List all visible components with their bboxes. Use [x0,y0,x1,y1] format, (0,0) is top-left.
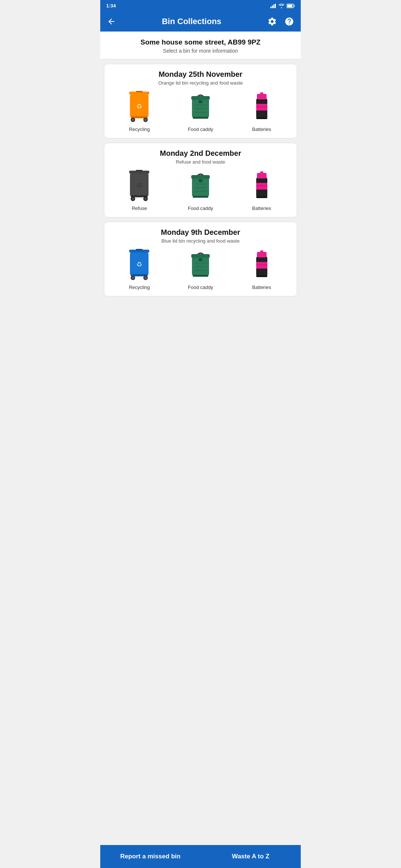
back-button[interactable] [105,16,117,27]
svg-rect-27 [260,92,263,95]
bin-refuse-black[interactable]: ♻ Refuse [110,170,169,211]
collection-date-3: Monday 9th December [110,228,291,237]
page-title: Bin Collections [122,17,261,26]
address-subtitle: Select a bin for more information [106,48,295,54]
svg-rect-24 [193,117,208,119]
svg-rect-14 [136,91,143,92]
bin-label-batteries-1: Batteries [252,126,271,132]
svg-rect-64 [136,249,143,250]
svg-point-39 [144,198,147,200]
bin-recycling-orange[interactable]: ♻ Recycling [110,91,169,132]
status-bar: 1:34 [100,0,301,11]
report-missed-bin-button[interactable]: Report a missed bin [100,845,200,868]
collection-desc-2: Refuse and food waste [110,159,291,165]
waste-a-to-z-button[interactable]: Waste A to Z [200,845,301,868]
battery-icon [287,4,295,8]
svg-rect-80 [256,276,267,277]
bin-food-caddy-2[interactable]: Food caddy [172,170,230,211]
svg-rect-19 [191,96,210,100]
food-caddy-icon-3 [188,249,213,282]
svg-text:♻: ♻ [136,261,142,268]
bin-label-food-2: Food caddy [188,206,213,211]
collection-date-2: Monday 2nd December [110,149,291,158]
svg-rect-46 [199,179,202,182]
recycling-bin-orange-icon: ♻ [126,91,152,124]
bin-label-recycling-1: Recycling [129,126,150,132]
svg-rect-3 [275,4,276,8]
status-icons [270,4,295,8]
svg-rect-52 [257,173,267,178]
refuse-bin-icon: ♻ [126,170,152,203]
address-section: Some house some street, AB99 9PZ Select … [100,32,301,59]
bin-label-food-3: Food caddy [188,285,213,290]
svg-rect-28 [256,104,267,111]
svg-rect-54 [256,183,267,190]
svg-point-11 [132,119,134,121]
svg-rect-20 [199,100,202,103]
svg-text:♻: ♻ [136,182,142,189]
svg-text:♻: ♻ [136,103,142,110]
batteries-icon-1 [249,91,275,124]
svg-point-61 [132,277,134,279]
collection-date-1: Monday 25th November [110,70,291,79]
svg-rect-56 [256,197,267,198]
svg-rect-78 [256,262,267,269]
food-caddy-icon-2 [188,170,213,203]
bin-batteries-3[interactable]: Batteries [232,249,291,290]
svg-rect-69 [191,254,210,258]
bin-row-1: ♻ Recycling [110,91,291,132]
bin-label-food-1: Food caddy [188,126,213,132]
bin-batteries-2[interactable]: Batteries [232,170,291,211]
bin-food-caddy-3[interactable]: Food caddy [172,249,230,290]
bin-recycling-blue[interactable]: ♻ Recycling [110,249,169,290]
svg-rect-74 [193,275,208,277]
svg-rect-76 [257,252,267,257]
svg-rect-53 [260,171,263,174]
svg-rect-40 [136,170,143,171]
wifi-icon [278,4,284,8]
signal-icon [270,4,276,8]
address-title: Some house some street, AB99 9PZ [106,38,295,46]
collection-desc-1: Orange lid bin recycling and food waste [110,80,291,86]
bin-row-2: ♻ Refuse Food caddy [110,170,291,211]
app-bar: Bin Collections [100,11,301,32]
svg-rect-50 [193,196,208,198]
bin-batteries-1[interactable]: Batteries [232,91,291,132]
bin-food-caddy-1[interactable]: Food caddy [172,91,230,132]
svg-rect-77 [260,250,263,253]
svg-rect-1 [272,6,273,8]
svg-rect-0 [270,7,271,8]
svg-point-63 [144,277,147,279]
food-caddy-icon-1 [188,91,213,124]
settings-button[interactable] [266,15,278,28]
bin-row-3: ♻ Recycling Food caddy [110,249,291,290]
collection-card-3: Monday 9th December Blue lid bin recycli… [104,222,297,296]
recycling-bin-blue-icon: ♻ [126,249,152,282]
svg-rect-6 [287,4,293,7]
bottom-bar: Report a missed bin Waste A to Z [100,845,301,868]
svg-rect-45 [191,175,210,179]
bin-label-refuse: Refuse [132,206,147,211]
bin-label-recycling-3: Recycling [129,285,150,290]
collection-card-1: Monday 25th November Orange lid bin recy… [104,64,297,138]
status-time: 1:34 [106,3,116,9]
svg-rect-70 [199,258,202,261]
svg-rect-2 [273,4,274,8]
batteries-icon-3 [249,249,275,282]
collection-desc-3: Blue lid bin recycling and food waste [110,238,291,244]
batteries-icon-2 [249,170,275,203]
svg-rect-26 [257,94,267,99]
svg-point-13 [144,119,147,121]
svg-rect-5 [294,5,295,7]
collections-list: Monday 25th November Orange lid bin recy… [100,59,301,868]
svg-rect-30 [256,118,267,119]
svg-point-37 [132,198,134,200]
bin-label-batteries-3: Batteries [252,285,271,290]
bin-label-batteries-2: Batteries [252,206,271,211]
help-button[interactable] [283,15,296,28]
collection-card-2: Monday 2nd December Refuse and food wast… [104,143,297,217]
